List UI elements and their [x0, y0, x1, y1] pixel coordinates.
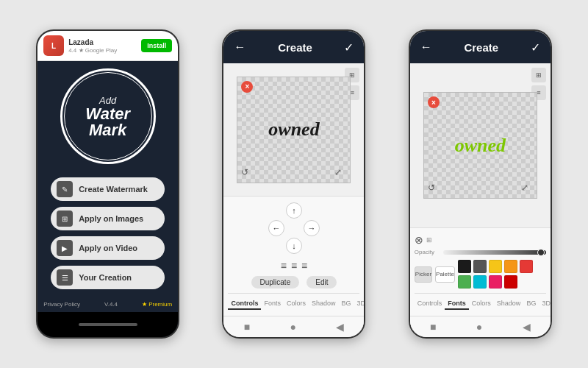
swatch-red-light[interactable]	[520, 260, 533, 273]
app-name: Lazada	[68, 38, 137, 47]
color-swatches	[458, 260, 546, 289]
close-row: ⊗ ⊞	[415, 234, 546, 246]
tab-3d-middle[interactable]: 3D	[354, 298, 366, 310]
middle-controls: ↑ ← → ↓ ≡ ≡ ≡ Duplicate Edit	[223, 196, 364, 316]
action-row: Duplicate Edit	[228, 276, 359, 289]
right-nav-home[interactable]: ●	[476, 321, 482, 333]
app-container: L Lazada 4.4 ★ Google Play Install Add W…	[0, 0, 588, 368]
dpad-center	[286, 220, 302, 236]
dpad-down[interactable]: ↓	[286, 238, 302, 254]
right-phone: ← Create ✓ ⊞ ≡ × owned ↺ ⤢ ⊗ ⊞	[409, 29, 552, 339]
middle-canvas-area: ⊞ ≡ × owned ↺ ⤢	[223, 63, 364, 196]
swatch-green[interactable]	[458, 275, 471, 289]
palette-button[interactable]: Palette	[435, 266, 455, 283]
app-icon: L	[43, 35, 64, 56]
rotate-handle[interactable]: ↺	[241, 167, 253, 179]
phone-footer: Privacy Policy V.4.4 ★ Premium	[37, 297, 178, 312]
privacy-text[interactable]: Privacy Policy	[43, 301, 80, 308]
canvas-middle[interactable]: × owned ↺ ⤢	[237, 77, 351, 183]
canvas-right[interactable]: × owned ↺ ⤢	[423, 92, 537, 199]
resize-handle[interactable]: ⤢	[334, 167, 346, 179]
right-nav-back[interactable]: ◀	[523, 321, 531, 333]
right-nav-prev[interactable]: ■	[430, 321, 436, 333]
tab-controls-right[interactable]: Controls	[415, 298, 445, 310]
right-rotate-handle[interactable]: ↺	[428, 183, 440, 194]
align-row: ≡ ≡ ≡	[228, 260, 359, 272]
tab-row-right: Controls Fonts Colors Shadow BG 3D	[415, 293, 546, 310]
dpad-right[interactable]: →	[304, 220, 320, 236]
swatch-pink[interactable]	[489, 275, 502, 289]
swatch-orange[interactable]	[504, 260, 517, 273]
phone-content: Add Water Mark ✎ Create Watermark ⊞ Appl…	[37, 61, 178, 297]
canvas-text-right[interactable]: owned	[455, 135, 506, 157]
tab-3d-right[interactable]: 3D	[539, 298, 551, 310]
watermark-logo: Add Water Mark	[60, 68, 156, 164]
close-icon[interactable]: ⊗	[415, 234, 423, 246]
home-indicator	[79, 323, 137, 326]
nav-prev[interactable]: ■	[244, 321, 250, 333]
menu-create-watermark[interactable]: ✎ Create Watermark	[51, 177, 165, 201]
edit-button[interactable]: Edit	[306, 276, 337, 289]
swatch-yellow[interactable]	[489, 260, 502, 273]
swatch-cyan[interactable]	[473, 275, 487, 289]
opacity-slider[interactable]	[443, 250, 546, 255]
dpad-mid-row: ← →	[268, 220, 320, 236]
tab-shadow-middle[interactable]: Shadow	[309, 298, 339, 310]
nav-back[interactable]: ◀	[336, 321, 344, 333]
right-grid-icon[interactable]: ⊞	[531, 68, 546, 82]
middle-phone: ← Create ✓ ⊞ ≡ × owned ↺ ⤢ ↑	[222, 29, 365, 339]
tab-fonts-middle[interactable]: Fonts	[261, 298, 284, 310]
logo-mark-text: Mark	[89, 122, 126, 138]
menu-apply-video[interactable]: ▶ Apply on Video	[51, 236, 165, 260]
menu-your-creation[interactable]: ☰ Your Creation	[51, 266, 165, 289]
swatch-black[interactable]	[458, 260, 471, 273]
check-button-right[interactable]: ✓	[531, 40, 540, 54]
version-text: V.4.4	[104, 301, 118, 308]
nav-home[interactable]: ●	[290, 321, 295, 333]
top-bar: L Lazada 4.4 ★ Google Play Install	[37, 31, 178, 61]
right-delete-handle[interactable]: ×	[428, 96, 440, 108]
align-right-btn[interactable]: ≡	[301, 260, 307, 272]
check-button-middle[interactable]: ✓	[344, 40, 354, 54]
creation-icon: ☰	[57, 269, 73, 286]
premium-badge: ★ Premium	[142, 301, 172, 308]
dpad-top-row: ↑	[286, 202, 302, 219]
tab-controls-middle[interactable]: Controls	[228, 298, 261, 310]
right-color-controls: ⊗ ⊞ Opacity Picker Palette	[410, 227, 551, 316]
delete-handle[interactable]: ×	[241, 81, 253, 93]
back-button-middle[interactable]: ←	[234, 40, 245, 54]
create-icon: ✎	[57, 181, 73, 197]
duplicate-button[interactable]: Duplicate	[251, 276, 300, 289]
swatch-red-dark[interactable]	[504, 275, 517, 289]
swatch-gray[interactable]	[473, 260, 487, 273]
tab-bg-right[interactable]: BG	[523, 298, 539, 310]
canvas-text-middle[interactable]: owned	[268, 118, 319, 141]
menu-apply-images[interactable]: ⊞ Apply on Images	[51, 207, 165, 230]
opacity-thumb	[537, 249, 545, 256]
logo-add-text: Add	[99, 95, 116, 106]
right-title: Create	[464, 41, 498, 54]
opacity-row: Opacity	[415, 249, 546, 255]
picker-row: Picker Palette	[415, 260, 546, 289]
back-button-right[interactable]: ←	[420, 40, 432, 54]
tab-bg-middle[interactable]: BG	[339, 298, 354, 310]
left-phone: L Lazada 4.4 ★ Google Play Install Add W…	[36, 29, 179, 339]
images-label: Apply on Images	[79, 214, 143, 223]
tab-shadow-right[interactable]: Shadow	[494, 298, 524, 310]
right-resize-handle[interactable]: ⤢	[521, 183, 533, 194]
tab-colors-right[interactable]: Colors	[469, 298, 494, 310]
install-button[interactable]: Install	[141, 39, 172, 52]
tab-fonts-right[interactable]: Fonts	[445, 298, 469, 310]
app-info: Lazada 4.4 ★ Google Play	[68, 38, 137, 54]
opacity-label: Opacity	[415, 249, 440, 255]
dpad-up[interactable]: ↑	[286, 202, 302, 219]
video-icon: ▶	[57, 240, 73, 256]
tab-colors-middle[interactable]: Colors	[284, 298, 309, 310]
align-center-btn[interactable]: ≡	[291, 260, 297, 272]
align-left-btn[interactable]: ≡	[281, 260, 287, 272]
dpad-left[interactable]: ←	[268, 220, 284, 236]
picker-button[interactable]: Picker	[415, 266, 432, 283]
video-label: Apply on Video	[79, 244, 137, 252]
premium-label: Premium	[148, 301, 172, 308]
tab-row-middle: Controls Fonts Colors Shadow BG 3D	[228, 293, 359, 310]
